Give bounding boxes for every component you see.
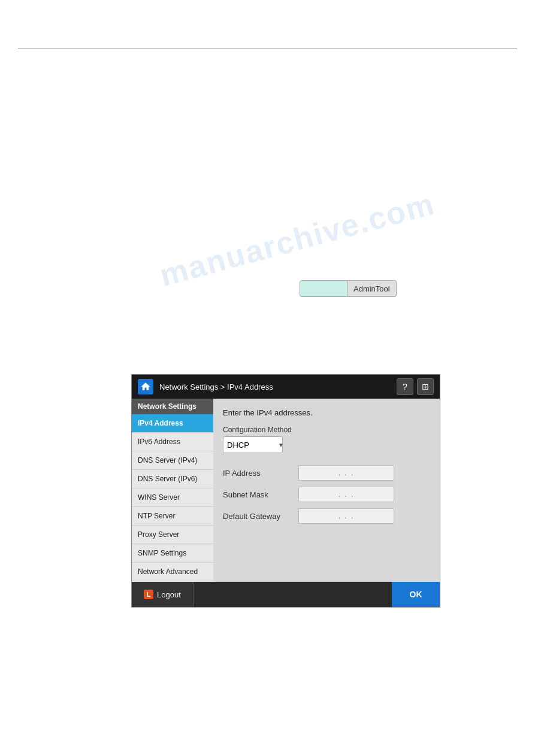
top-divider xyxy=(18,48,517,48)
ip-fields-section: IP Address Subnet Mask Default Gateway xyxy=(223,465,430,524)
subnet-mask-input[interactable] xyxy=(298,487,394,502)
grid-button[interactable]: ⊞ xyxy=(417,378,434,395)
sidebar-item-snmp[interactable]: SNMP Settings xyxy=(132,544,213,563)
sidebar-item-dns4[interactable]: DNS Server (IPv4) xyxy=(132,451,213,470)
help-button[interactable]: ? xyxy=(397,378,413,395)
dialog-title: Network Settings > IPv4 Address xyxy=(159,382,391,391)
ip-address-input[interactable] xyxy=(298,465,394,481)
dialog-body: Network Settings IPv4 Address IPv6 Addre… xyxy=(132,399,440,582)
admintool-label: AdminTool xyxy=(347,280,397,297)
default-gateway-label: Default Gateway xyxy=(223,512,289,521)
sidebar-item-netadv[interactable]: Network Advanced xyxy=(132,563,213,581)
app-icon xyxy=(138,379,153,394)
admintool-input-box[interactable] xyxy=(300,280,347,297)
dialog-window: Network Settings > IPv4 Address ? ⊞ Netw… xyxy=(131,374,440,608)
sidebar-item-ipv4[interactable]: IPv4 Address xyxy=(132,414,213,433)
field-row-ip: IP Address xyxy=(223,465,430,481)
sidebar-item-proxy[interactable]: Proxy Server xyxy=(132,526,213,544)
field-row-gateway: Default Gateway xyxy=(223,508,430,524)
bottom-bar: L Logout OK xyxy=(132,582,440,607)
sidebar-item-wins[interactable]: WINS Server xyxy=(132,488,213,507)
admintool-area: AdminTool xyxy=(300,280,397,297)
config-method-select-wrapper: DHCP Static Auto xyxy=(223,436,289,453)
sidebar: Network Settings IPv4 Address IPv6 Addre… xyxy=(132,399,213,582)
config-method-label: Configuration Method xyxy=(223,426,430,434)
logout-label: Logout xyxy=(157,590,181,599)
config-method-select[interactable]: DHCP Static Auto xyxy=(223,436,283,453)
main-description: Enter the IPv4 addresses. xyxy=(223,408,430,417)
logout-icon: L xyxy=(144,590,153,599)
config-method-group: Configuration Method DHCP Static Auto xyxy=(223,426,430,453)
main-content: Enter the IPv4 addresses. Configuration … xyxy=(213,399,440,582)
field-row-subnet: Subnet Mask xyxy=(223,487,430,502)
ok-button[interactable]: OK xyxy=(392,582,440,607)
watermark: manuarchive.com xyxy=(156,186,439,293)
ip-address-label: IP Address xyxy=(223,469,289,478)
sidebar-header: Network Settings xyxy=(132,399,213,414)
sidebar-item-ipv6[interactable]: IPv6 Address xyxy=(132,433,213,451)
default-gateway-input[interactable] xyxy=(298,508,394,524)
title-bar-actions: ? ⊞ xyxy=(397,378,434,395)
logout-button[interactable]: L Logout xyxy=(132,582,194,607)
sidebar-item-ntp[interactable]: NTP Server xyxy=(132,507,213,526)
subnet-mask-label: Subnet Mask xyxy=(223,490,289,499)
title-bar: Network Settings > IPv4 Address ? ⊞ xyxy=(132,375,440,399)
home-icon xyxy=(140,381,151,392)
sidebar-item-dns6[interactable]: DNS Server (IPv6) xyxy=(132,470,213,488)
